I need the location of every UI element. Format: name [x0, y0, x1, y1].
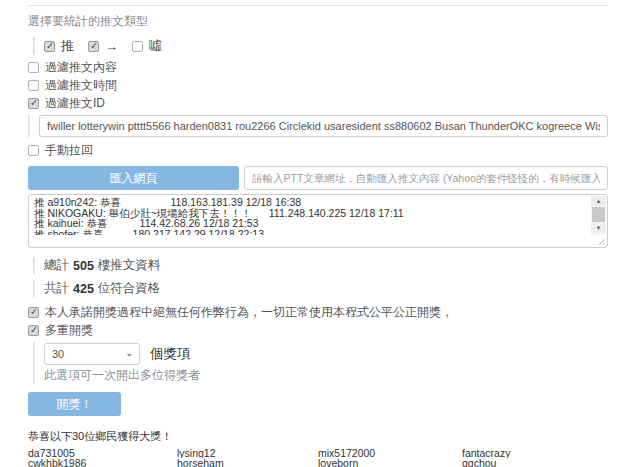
filter-id-checkbox[interactable]	[28, 98, 39, 109]
textarea-scrollbar[interactable]: ▲ ▼	[591, 196, 606, 235]
scroll-down-icon[interactable]: ▼	[591, 223, 606, 233]
results-section: 恭喜以下30位鄉民獲得大獎！ da731005 cwkhbk1986 weili…	[28, 429, 608, 467]
manual-option[interactable]: 手動拉回	[28, 141, 608, 159]
winner-name: loveborn	[318, 458, 462, 467]
chevron-down-icon: ⌄	[125, 348, 133, 358]
winner-name: ggchou	[462, 458, 608, 467]
push-type-options: 推 → 噓	[33, 37, 608, 55]
boo-checkbox[interactable]	[132, 41, 143, 52]
id-filter-input[interactable]	[39, 115, 608, 137]
filter-content-option[interactable]: 過濾推文內容	[28, 58, 608, 76]
promise-checkbox[interactable]	[28, 307, 39, 318]
id-filter-wrap	[28, 115, 608, 137]
draw-button[interactable]: 開獎！	[28, 392, 121, 416]
multi-draw-option[interactable]: 多重開獎	[28, 321, 608, 339]
push-type-option-boo[interactable]: 噓	[132, 37, 162, 55]
winner-name: lysing12	[177, 448, 318, 458]
winner-name: mix5172000	[318, 448, 462, 458]
winner-name: horseham	[177, 458, 318, 467]
winner-name: cwkhbk1986	[28, 458, 177, 467]
arrow-checkbox[interactable]	[88, 41, 99, 52]
results-title: 恭喜以下30位鄉民獲得大獎！	[28, 429, 608, 444]
scroll-up-icon[interactable]: ▲	[591, 196, 606, 206]
push-content-lines: 推 a910n242: 恭喜 118.163.181.39 12/18 16:3…	[34, 197, 587, 235]
prize-count-select[interactable]: 30 ⌄	[44, 343, 140, 365]
scrollbar-thumb[interactable]	[592, 207, 605, 222]
winner-list: da731005 cwkhbk1986 weili1019 c120045988…	[28, 448, 608, 467]
winner-column-3: mix5172000 loveborn zopm100 harrybbs che…	[318, 448, 462, 467]
promise-option[interactable]: 本人承諾開獎過程中絕無任何作弊行為，一切正常使用本程式公平公正開獎，	[28, 303, 608, 321]
push-type-option-arrow[interactable]: →	[88, 39, 118, 54]
total-push-count: 505	[73, 259, 94, 273]
prize-suffix-label: 個獎項	[150, 345, 191, 363]
resize-grip-icon[interactable]	[596, 236, 605, 245]
qualified-stat: 共計425位符合資格	[33, 280, 608, 297]
manual-checkbox[interactable]	[28, 145, 39, 156]
filter-id-option[interactable]: 過濾推文ID	[28, 94, 608, 112]
filter-time-option[interactable]: 過濾推文時間	[28, 76, 608, 94]
prize-count-wrap: 30 ⌄ 個獎項 此選項可一次開出多位得獎者	[33, 342, 608, 384]
winner-column-1: da731005 cwkhbk1986 weili1019 c120045988…	[28, 448, 177, 467]
import-webpage-button[interactable]: 匯入網頁	[28, 166, 239, 190]
stats-section: 總計505樓推文資料 共計425位符合資格	[28, 257, 608, 297]
article-url-input[interactable]	[244, 166, 608, 190]
top-divider	[28, 5, 608, 6]
push-checkbox[interactable]	[44, 41, 55, 52]
multi-draw-hint: 此選項可一次開出多位得獎者	[44, 366, 608, 384]
multi-draw-checkbox[interactable]	[28, 325, 39, 336]
winner-column-2: lysing12 horseham mickeys86125 House23 R…	[177, 448, 318, 467]
total-push-stat: 總計505樓推文資料	[33, 257, 608, 274]
winner-name: da731005	[28, 448, 177, 458]
qualified-count: 425	[73, 282, 94, 296]
lottery-tool-page: 選擇要統計的推文類型 推 → 噓 過濾推文內容 過濾推文時間 過濾推文ID	[0, 0, 640, 467]
filter-content-checkbox[interactable]	[28, 62, 39, 73]
winner-name: fantacrazy	[462, 448, 608, 458]
push-type-option-push[interactable]: 推	[44, 37, 74, 55]
import-row: 匯入網頁	[28, 166, 608, 190]
winner-column-4: fantacrazy ggchou qwerty5117 kira7744 ad…	[462, 448, 608, 467]
push-type-section-title: 選擇要統計的推文類型	[28, 13, 608, 30]
push-content-textarea[interactable]: 推 a910n242: 恭喜 118.163.181.39 12/18 16:3…	[28, 194, 608, 248]
filter-time-checkbox[interactable]	[28, 80, 39, 91]
